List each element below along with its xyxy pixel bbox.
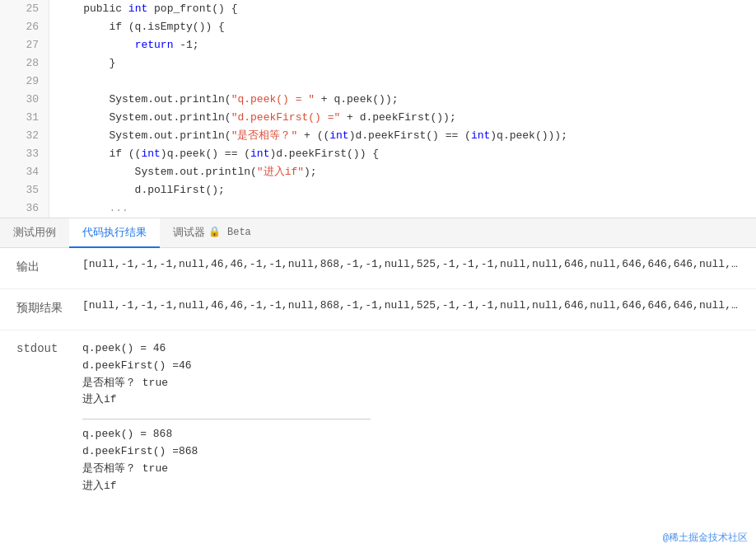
line-content: System.out.println("d.peekFirst() =" + d… <box>49 109 456 127</box>
stdout-section: stdout q.peek() = 46 d.peekFirst() =46 是… <box>0 330 756 514</box>
line-number: 33 <box>0 145 49 163</box>
stdout-line: 是否相等？ true <box>82 461 740 478</box>
expected-value: [null,-1,-1,-1,null,46,46,-1,-1,null,868… <box>82 299 740 312</box>
code-line-27: 27 return -1; <box>0 36 756 54</box>
line-number: 34 <box>0 163 49 181</box>
line-content: if (q.isEmpty()) { <box>49 18 225 36</box>
line-content: d.pollFirst(); <box>49 181 225 199</box>
code-editor: 25 public int pop_front() { 26 if (q.isE… <box>0 0 756 218</box>
code-line-33: 33 if ((int)q.peek() == (int)d.peekFirst… <box>0 145 756 163</box>
stdout-block-2: q.peek() = 868 d.peekFirst() =868 是否相等？ … <box>82 426 740 494</box>
output-value: [null,-1,-1,-1,null,46,46,-1,-1,null,868… <box>82 258 740 270</box>
line-number: 26 <box>0 18 49 36</box>
line-content: System.out.println("进入if"); <box>49 163 317 181</box>
stdout-label: stdout <box>16 340 82 355</box>
stdout-line: q.peek() = 868 <box>82 426 740 443</box>
stdout-line: d.peekFirst() =46 <box>82 358 740 375</box>
tab-debugger[interactable]: 调试器 🔒 Beta <box>160 218 264 248</box>
stdout-block-1: q.peek() = 46 d.peekFirst() =46 是否相等？ tr… <box>82 340 740 409</box>
stdout-line: d.peekFirst() =868 <box>82 443 740 461</box>
line-content: ... <box>49 199 128 218</box>
code-line-36: 36 ... <box>0 199 756 218</box>
code-line-32: 32 System.out.println("是否相等？" + ((int)d.… <box>0 127 756 145</box>
output-label: 输出 <box>16 258 82 274</box>
line-number: 35 <box>0 181 49 199</box>
line-content: System.out.println("q.peek() = " + q.pee… <box>49 91 398 109</box>
stdout-line: 进入if <box>82 391 740 409</box>
line-number: 25 <box>0 0 49 18</box>
lock-icon: 🔒 <box>208 226 221 238</box>
tab-execution-result[interactable]: 代码执行结果 <box>69 218 160 248</box>
expected-row: 预期结果 [null,-1,-1,-1,null,46,46,-1,-1,nul… <box>0 289 756 330</box>
line-content: } <box>49 54 115 73</box>
tab-test-cases[interactable]: 测试用例 <box>0 218 69 248</box>
line-content: System.out.println("是否相等？" + ((int)d.pee… <box>49 127 567 145</box>
line-number: 29 <box>0 73 49 91</box>
line-content: public int pop_front() { <box>49 0 237 18</box>
tab-bar: 测试用例 代码执行结果 调试器 🔒 Beta <box>0 218 756 248</box>
line-number: 28 <box>0 54 49 73</box>
stdout-line: 进入if <box>82 478 740 495</box>
stdout-divider <box>82 419 371 419</box>
line-content: return -1; <box>49 36 199 54</box>
line-content <box>49 73 58 91</box>
results-section: 输出 [null,-1,-1,-1,null,46,46,-1,-1,null,… <box>0 248 756 514</box>
line-content: if ((int)q.peek() == (int)d.peekFirst())… <box>49 145 379 163</box>
output-row: 输出 [null,-1,-1,-1,null,46,46,-1,-1,null,… <box>0 248 756 289</box>
code-line-29: 29 <box>0 73 756 91</box>
code-line-26: 26 if (q.isEmpty()) { <box>0 18 756 36</box>
line-number: 36 <box>0 199 49 218</box>
beta-badge: Beta <box>227 227 251 238</box>
code-line-34: 34 System.out.println("进入if"); <box>0 163 756 181</box>
expected-label: 预期结果 <box>16 299 82 316</box>
line-number: 32 <box>0 127 49 145</box>
code-line-30: 30 System.out.println("q.peek() = " + q.… <box>0 91 756 109</box>
line-number: 31 <box>0 109 49 127</box>
code-line-28: 28 } <box>0 54 756 73</box>
stdout-line: q.peek() = 46 <box>82 340 740 358</box>
line-number: 27 <box>0 36 49 54</box>
stdout-line: 是否相等？ true <box>82 375 740 392</box>
code-line-25: 25 public int pop_front() { <box>0 0 756 18</box>
line-number: 30 <box>0 91 49 109</box>
code-line-31: 31 System.out.println("d.peekFirst() =" … <box>0 109 756 127</box>
stdout-content: q.peek() = 46 d.peekFirst() =46 是否相等？ tr… <box>82 340 740 504</box>
code-line-35: 35 d.pollFirst(); <box>0 181 756 199</box>
